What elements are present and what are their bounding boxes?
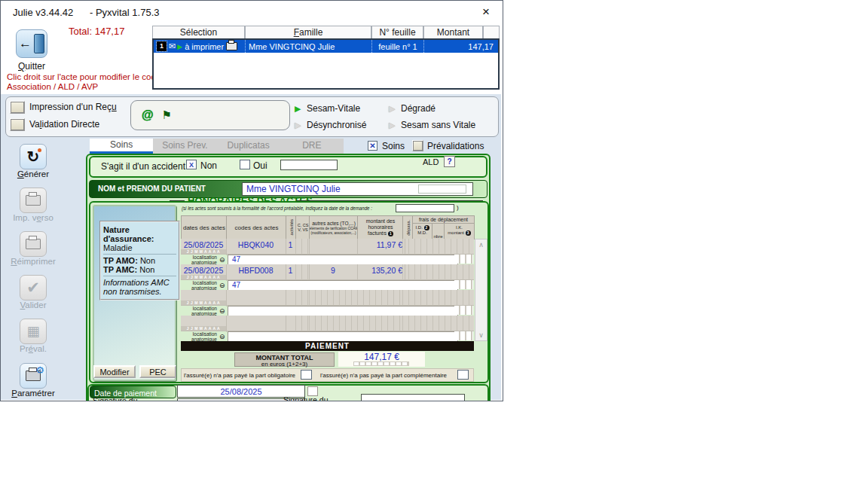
accident-date-input[interactable] (280, 160, 338, 170)
degrade-arrow-icon[interactable]: ▶ (389, 104, 395, 114)
row-family: Mme VINGTCINQ Julie (245, 40, 371, 53)
configure-button[interactable]: ⚙ (20, 363, 47, 389)
accident-yes-checkbox[interactable] (240, 160, 250, 169)
fse-col-montant[interactable]: Montant (423, 26, 483, 38)
act-activite (286, 316, 296, 332)
acts-scrollbar[interactable]: ∧ ∨ (475, 239, 487, 341)
minus-circle-icon: ⊖ (219, 307, 225, 315)
mode-degrade[interactable]: Dégradé (401, 103, 436, 114)
soins-filter-checkbox[interactable]: ✕ (368, 141, 377, 151)
loc-extra-cells (454, 280, 473, 289)
reprint-button[interactable] (20, 231, 47, 257)
act-row[interactable]: 25/08/2025 J J M M A A A A HBQK040 1 11,… (181, 239, 474, 255)
printer-gray-icon (26, 195, 41, 206)
direct-validation-button[interactable] (10, 118, 25, 131)
act-activite: 1 (286, 264, 296, 281)
scroll-down-icon[interactable]: ∨ (475, 331, 487, 339)
modifier-button[interactable]: Modifier (93, 365, 136, 378)
accord-note-close: ) (457, 204, 459, 211)
scroll-up-icon[interactable]: ∧ (475, 241, 487, 249)
print-verso-button[interactable] (20, 188, 47, 213)
soins-filter-label: Soins (382, 141, 405, 151)
ald-label: ALD (423, 157, 439, 166)
loc-input[interactable]: 47 (228, 280, 458, 291)
accident-question: S'agit il d'un accident ? (101, 161, 193, 172)
act-autres: 9 (309, 264, 358, 281)
fse-col-selection[interactable]: Sélection (152, 26, 245, 38)
sesam-vitale-arrow-icon[interactable]: ▶ (295, 104, 301, 114)
date-format-strip: J J M M A A A A (181, 275, 226, 279)
envelope-icon: ✉ (169, 41, 176, 51)
act-row[interactable]: 25/08/2025 J J M M A A A A HBFD008 1 9 1… (181, 264, 474, 280)
unpaid-compl-checkbox[interactable] (457, 370, 469, 380)
signature-input-2[interactable] (361, 394, 465, 401)
patient-extra-field[interactable] (418, 185, 466, 194)
loc-input[interactable] (228, 331, 458, 342)
marker-1-icon: 1 (388, 231, 393, 236)
pec-button[interactable]: PEC (139, 365, 176, 378)
insurance-panel: Nature d'assurance: Maladie TP AMO: Non … (93, 205, 176, 381)
desynchronise-arrow-icon[interactable]: ▶ (295, 120, 301, 130)
act-row[interactable]: J J M M A A A A (181, 290, 474, 306)
act-ccs (295, 264, 310, 281)
marker-3-icon: 3 (466, 230, 471, 236)
direct-validation-label: Validation Directe (29, 119, 99, 130)
email-icon: @ (142, 108, 154, 122)
loc-input[interactable] (228, 306, 458, 316)
unpaid-oblig-checkbox[interactable] (301, 370, 312, 380)
act-autres (309, 316, 358, 332)
quit-button[interactable]: ← (16, 29, 47, 58)
act-autres (309, 239, 358, 255)
tab-soins-prev[interactable]: Soins Prev. (153, 139, 216, 154)
act-code (226, 316, 286, 332)
receipt-print-button[interactable] (10, 101, 25, 114)
date-format-strip: J J M M A A A A (181, 326, 226, 331)
tab-duplicatas[interactable]: Duplicatas (217, 139, 280, 154)
act-code (226, 290, 286, 307)
tp-amo-value: Non (140, 256, 155, 265)
loc-input[interactable]: 47 (228, 255, 458, 265)
gear-icon: ⚙ (35, 364, 44, 376)
loc-label: localisationanatomique (182, 280, 217, 291)
act-code: HBQK040 (226, 239, 286, 255)
tab-soins[interactable]: Soins (90, 139, 153, 154)
act-activite (286, 290, 296, 307)
mode-sesam-vitale[interactable]: Sesam-Vitale (307, 103, 360, 114)
fse-col-feuille[interactable]: N° feuille (371, 26, 423, 38)
date-format-strip: J J M M A A A A (181, 249, 226, 254)
frais-id-md: I.D. 2 M.D. (413, 224, 432, 239)
minus-circle-icon: ⊖ (219, 256, 225, 264)
mode-desynchronise[interactable]: Désynchronisé (307, 120, 366, 130)
preval-label: Préval. (1, 344, 66, 353)
act-frais (402, 264, 474, 281)
prevalidations-checkbox[interactable] (412, 140, 423, 151)
fse-col-famille[interactable]: Famille (245, 26, 371, 38)
mode-sesam-sans-vitale[interactable]: Sesam sans Vitale (401, 120, 475, 130)
act-row[interactable]: J J M M A A A A (181, 316, 474, 331)
close-icon[interactable]: × (477, 3, 495, 21)
tab-dre[interactable]: DRE (280, 139, 344, 154)
act-frais (402, 316, 474, 332)
acts-col-codes: codes des actes (226, 215, 287, 239)
row-index: 1 (157, 41, 167, 51)
act-montant (357, 290, 403, 307)
generate-button[interactable]: ↻ (20, 144, 47, 169)
validate-button[interactable]: ✔ (20, 275, 47, 300)
accident-no-checkbox[interactable]: X (186, 160, 197, 169)
preval-button[interactable]: ▦ (20, 319, 47, 344)
sesam-sans-vitale-arrow-icon[interactable]: ▶ (389, 120, 395, 130)
frais-ik: I.K. montant 3 (445, 224, 474, 239)
insurance-note: Informations AMC non transmises. (103, 276, 176, 297)
ald-help-button[interactable]: ? (444, 156, 455, 167)
act-montant: 11,97 € (357, 239, 405, 255)
fse-list: 1 ✉ ▶ à imprimer Mme VINGTCINQ Julie feu… (152, 38, 500, 90)
tp-amc-value: Non (139, 265, 154, 274)
reprint-printer-icon (26, 239, 41, 249)
fse-row[interactable]: 1 ✉ ▶ à imprimer Mme VINGTCINQ Julie feu… (154, 40, 498, 53)
act-code: HBFD008 (226, 264, 286, 281)
minus-circle-icon: ⊖ (219, 282, 225, 289)
row-sheet: feuille n° 1 (371, 40, 423, 53)
accord-date-input[interactable] (396, 204, 454, 212)
app-window: Julie v3.44.42 - Pyxvital 1.75.3 × ← Qui… (0, 0, 503, 401)
row-status: à imprimer (185, 42, 224, 51)
